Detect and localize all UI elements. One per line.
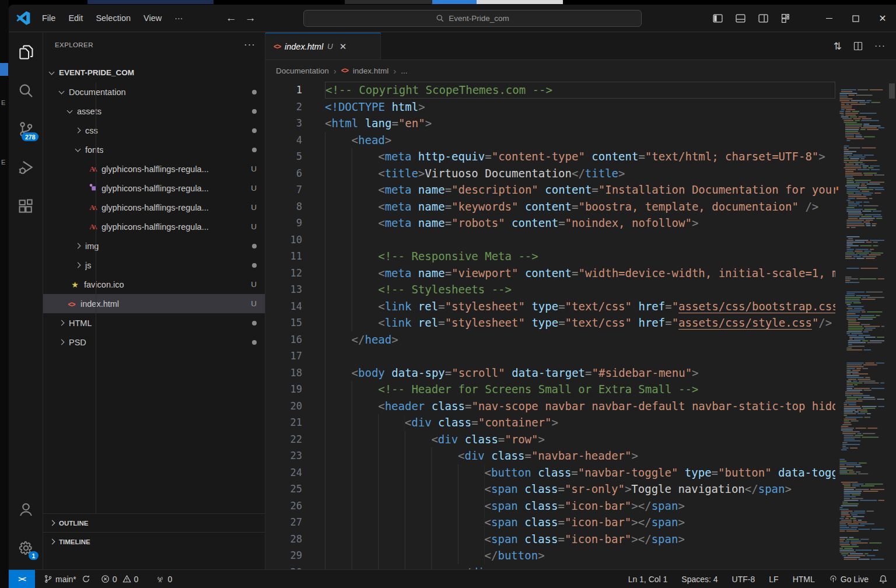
code-line-13[interactable]: 13<!-- Stylesheets --> bbox=[265, 281, 835, 298]
code-line-6[interactable]: 6<title>Virtuoso Documentation</title> bbox=[265, 165, 835, 182]
activitybar-run-debug[interactable] bbox=[9, 148, 43, 187]
menu-edit[interactable]: Edit bbox=[63, 11, 88, 25]
tree-item-css[interactable]: css bbox=[43, 121, 265, 140]
activitybar-explorer[interactable] bbox=[9, 33, 43, 71]
activitybar-search[interactable] bbox=[9, 71, 43, 110]
activitybar-extensions[interactable] bbox=[9, 187, 43, 225]
editor-more-actions-icon[interactable]: ··· bbox=[874, 41, 886, 51]
timeline-section[interactable]: TIMELINE bbox=[43, 532, 265, 551]
code-line-19[interactable]: 19<!-- Header for Screens Small or Extra… bbox=[265, 381, 835, 398]
tree-root-event-pride_com[interactable]: EVENT-PRIDE_COM bbox=[43, 63, 265, 82]
open-changes-icon[interactable]: ⇅ bbox=[834, 40, 842, 52]
code-editor[interactable]: 1<!-- Copyright ScopeThemes.com -->2<!DO… bbox=[265, 82, 835, 569]
editor-scrollbar[interactable] bbox=[888, 82, 896, 569]
tree-item-documentation[interactable]: Documentation bbox=[43, 82, 265, 102]
code-line-29[interactable]: 29</button> bbox=[265, 547, 835, 564]
tree-item-js[interactable]: js bbox=[43, 256, 265, 275]
code-token: data-spy bbox=[391, 366, 445, 379]
tree-item-glyphicons-halflings-regula-[interactable]: AAglyphicons-halflings-regula...U bbox=[43, 159, 265, 178]
nav-back-button[interactable]: ← bbox=[226, 12, 237, 24]
code-token: > bbox=[631, 516, 638, 528]
outline-section[interactable]: OUTLINE bbox=[43, 513, 265, 532]
code-line-24[interactable]: 24<button class="navbar-toggle" type="bu… bbox=[265, 464, 835, 481]
code-token: > bbox=[552, 416, 558, 429]
split-editor-icon[interactable] bbox=[853, 41, 863, 51]
code-line-2[interactable]: 2<!DOCTYPE html> bbox=[265, 99, 835, 116]
tab-close-icon[interactable]: ✕ bbox=[340, 41, 347, 52]
tree-item-favicon-ico[interactable]: ★favicon.icoU bbox=[43, 275, 265, 294]
nav-forward-button[interactable]: → bbox=[245, 12, 256, 24]
indent-guides bbox=[325, 481, 485, 498]
toggle-panel-icon[interactable] bbox=[736, 13, 746, 23]
command-center-search[interactable]: Event-Pride_com bbox=[303, 10, 642, 27]
tree-item-fonts[interactable]: fonts bbox=[43, 140, 265, 159]
breadcrumb-symbol[interactable]: ... bbox=[401, 66, 407, 75]
code-token: span bbox=[491, 533, 518, 545]
code-line-20[interactable]: 20<header class="nav-scope navbar navbar… bbox=[265, 398, 835, 415]
tree-item-html[interactable]: HTML bbox=[43, 313, 265, 332]
close-button[interactable]: ✕ bbox=[869, 5, 896, 32]
minimize-button[interactable] bbox=[816, 5, 842, 32]
tree-item-glyphicons-halflings-regula-[interactable]: glyphicons-halflings-regula...U bbox=[43, 178, 265, 198]
code-token bbox=[411, 150, 418, 163]
code-line-25[interactable]: 25<span class="sr-only">Toggle navigatio… bbox=[265, 481, 835, 498]
code-line-14[interactable]: 14<link rel="stylesheet" type="text/css"… bbox=[265, 298, 835, 315]
code-line-23[interactable]: 23<div class="navbar-header"> bbox=[265, 447, 835, 464]
code-line-5[interactable]: 5<meta http-equiv="content-type" content… bbox=[265, 148, 835, 165]
menu-selection[interactable]: Selection bbox=[90, 11, 136, 25]
minimap[interactable] bbox=[836, 82, 888, 569]
code-line-21[interactable]: 21<div class="container"> bbox=[265, 414, 835, 431]
git-branch-item[interactable]: main* bbox=[40, 575, 94, 584]
code-line-10[interactable]: 10 bbox=[265, 232, 835, 249]
code-line-11[interactable]: 11<!-- Responsive Meta --> bbox=[265, 248, 835, 265]
menu-file[interactable]: File bbox=[37, 11, 61, 25]
code-line-27[interactable]: 27<span class="icon-bar"></span> bbox=[265, 514, 835, 531]
cursor-position[interactable]: Ln 1, Col 1 bbox=[624, 575, 672, 584]
code-line-7[interactable]: 7<meta name="description" content="Insta… bbox=[265, 181, 835, 198]
tree-item-glyphicons-halflings-regula-[interactable]: AAglyphicons-halflings-regula...U bbox=[43, 198, 265, 217]
code-line-15[interactable]: 15<link rel="stylesheet" type="text/css"… bbox=[265, 314, 835, 331]
notifications-bell-icon[interactable] bbox=[878, 575, 888, 584]
code-line-12[interactable]: 12<meta name="viewport" content="width=d… bbox=[265, 265, 835, 282]
menu-view[interactable]: View bbox=[138, 11, 167, 25]
tab-index-html[interactable]: <> index.html U ✕ bbox=[265, 33, 381, 60]
sidebar-more-actions-icon[interactable]: ··· bbox=[244, 39, 256, 51]
breadcrumb-folder[interactable]: Documentation bbox=[276, 66, 329, 75]
indentation[interactable]: Spaces: 4 bbox=[677, 575, 722, 584]
tree-item-glyphicons-halflings-regula-[interactable]: AAglyphicons-halflings-regula...U bbox=[43, 217, 265, 236]
eol-sequence[interactable]: LF bbox=[765, 575, 782, 584]
activitybar-account[interactable] bbox=[9, 490, 43, 528]
remote-indicator[interactable]: >< bbox=[9, 570, 35, 588]
code-line-3[interactable]: 3<html lang="en"> bbox=[265, 115, 835, 132]
customize-layout-icon[interactable] bbox=[781, 13, 791, 23]
tree-item-index-html[interactable]: <>index.htmlU bbox=[43, 294, 265, 313]
code-line-22[interactable]: 22<div class="row"> bbox=[265, 431, 835, 448]
language-mode[interactable]: HTML bbox=[789, 575, 819, 584]
problems-item[interactable]: 0 0 bbox=[97, 575, 143, 584]
html-file-icon: <> bbox=[274, 43, 281, 51]
code-line-1[interactable]: 1<!-- Copyright ScopeThemes.com --> bbox=[265, 82, 835, 99]
code-line-18[interactable]: 18<body data-spy="scroll" data-target="#… bbox=[265, 365, 835, 382]
ports-item[interactable]: 0 bbox=[152, 575, 176, 584]
code-line-28[interactable]: 28<span class="icon-bar"></span> bbox=[265, 531, 835, 548]
toggle-secondary-sidebar-icon[interactable] bbox=[758, 13, 768, 23]
code-line-9[interactable]: 9<meta name="robots" content="noindex, n… bbox=[265, 215, 835, 232]
code-token: " bbox=[812, 316, 818, 329]
code-line-8[interactable]: 8<meta name="keywords" content="boostra,… bbox=[265, 198, 835, 215]
encoding[interactable]: UTF-8 bbox=[728, 575, 760, 584]
tree-item-img[interactable]: img bbox=[43, 236, 265, 256]
code-line-26[interactable]: 26<span class="icon-bar"></span> bbox=[265, 498, 835, 514]
toggle-sidebar-icon[interactable] bbox=[713, 13, 723, 23]
tree-item-assets[interactable]: assets bbox=[43, 102, 265, 121]
tree-item-psd[interactable]: PSD bbox=[43, 332, 265, 352]
code-line-30[interactable]: 30</div> bbox=[265, 564, 835, 570]
activitybar-source-control[interactable]: 278 bbox=[9, 110, 43, 148]
code-line-4[interactable]: 4<head> bbox=[265, 132, 835, 149]
code-line-16[interactable]: 16</head> bbox=[265, 331, 835, 348]
go-live-button[interactable]: Go Live bbox=[825, 575, 873, 584]
menu-[interactable]: ··· bbox=[169, 11, 188, 25]
activitybar-settings[interactable]: 1 bbox=[9, 528, 43, 567]
maximize-button[interactable] bbox=[842, 5, 869, 32]
code-line-17[interactable]: 17 bbox=[265, 348, 835, 365]
breadcrumb-file[interactable]: index.html bbox=[353, 66, 389, 75]
